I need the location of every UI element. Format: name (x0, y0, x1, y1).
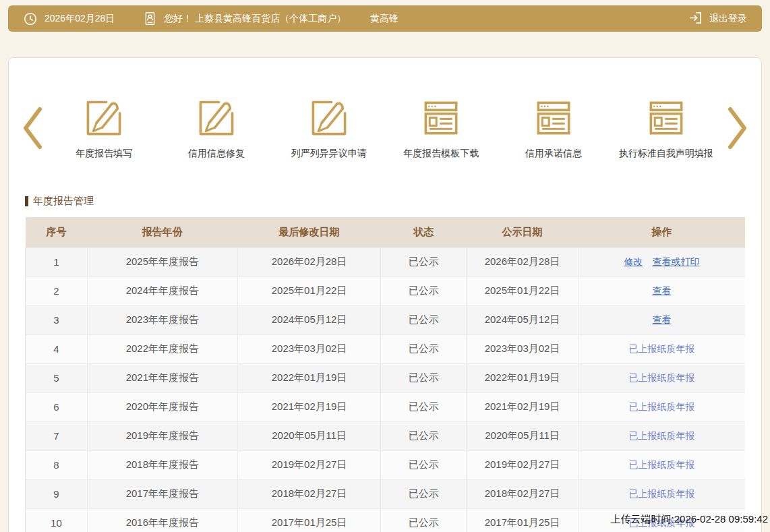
carousel-item-label: 信用承诺信息 (525, 148, 582, 160)
section-title: 年度报告管理 (25, 195, 745, 208)
row-number-cell: 10 (26, 508, 88, 532)
published-date-cell: 2024年05月12日 (467, 305, 578, 334)
greeting-text: 您好！ 上蔡县黄高锋百货店（个体工商户） (164, 13, 346, 25)
user-card-icon (143, 11, 157, 27)
carousel-item[interactable]: 年度报告模板下载 (385, 98, 498, 160)
row-number-cell: 8 (26, 450, 88, 479)
modified-date-cell: 2021年02月19日 (237, 392, 380, 421)
report-year-cell: 2018年年度报告 (87, 450, 237, 479)
carousel-item[interactable]: 信用信息修复 (160, 98, 273, 160)
published-date-cell: 2017年01月25日 (467, 508, 578, 532)
actions-cell: 已上报纸质年报 (578, 363, 745, 392)
published-date-cell: 2021年02月19日 (467, 392, 578, 421)
carousel-item[interactable]: 年度报告填写 (48, 98, 160, 160)
column-header: 序号 (26, 217, 88, 247)
chevron-right-icon (726, 105, 749, 154)
carousel-prev-button[interactable] (17, 105, 48, 154)
table-body: 12025年年度报告2026年02月28日已公示2026年02月28日修改查看或… (26, 247, 746, 532)
column-header: 公示日期 (467, 217, 578, 247)
actions-cell: 已上报纸质年报 (578, 479, 745, 508)
published-date-cell: 2025年01月22日 (467, 276, 578, 305)
published-date-cell: 2020年05月11日 (467, 421, 578, 450)
published-date-cell: 2018年02月27日 (467, 479, 578, 508)
status-cell: 已公示 (381, 508, 467, 532)
status-cell: 已公示 (381, 334, 467, 363)
topbar: 2026年02月28日 您好！ 上蔡县黄高锋百货店（个体工商户） 黄高锋 (8, 5, 762, 32)
carousel-item-label: 年度报告模板下载 (403, 148, 479, 160)
action-link[interactable]: 查看 (652, 314, 671, 325)
report-year-cell: 2024年年度报告 (87, 276, 237, 305)
status-cell: 已公示 (381, 363, 467, 392)
report-year-cell: 2019年年度报告 (87, 421, 237, 450)
report-year-cell: 2021年年度报告 (87, 363, 237, 392)
date-display: 2026年02月28日 (23, 11, 115, 26)
paper-report-status: 已上报纸质年报 (628, 488, 694, 499)
annual-report-table: 序号报告年份最后修改日期状态公示日期操作 12025年年度报告2026年02月2… (25, 217, 745, 532)
carousel-next-button[interactable] (722, 105, 753, 154)
modified-date-cell: 2020年05月11日 (237, 421, 380, 450)
published-date-cell: 2019年02月27日 (467, 450, 578, 479)
main-card: 年度报告填写 信用信息修复 列严列异异议申请 年度报告模板下载 (8, 57, 762, 532)
clock-icon (23, 11, 38, 26)
report-year-cell: 2017年年度报告 (87, 479, 237, 508)
username: 黄高锋 (370, 13, 398, 25)
user-greeting: 您好！ 上蔡县黄高锋百货店（个体工商户） 黄高锋 (143, 11, 398, 27)
table-row: 92017年年度报告2018年02月27日已公示2018年02月27日已上报纸质… (26, 479, 746, 508)
actions-cell: 查看 (578, 305, 745, 334)
published-date-cell: 2026年02月28日 (467, 247, 578, 276)
action-link[interactable]: 查看或打印 (652, 256, 699, 267)
action-link[interactable]: 修改 (624, 256, 643, 267)
topbar-left: 2026年02月28日 您好！ 上蔡县黄高锋百货店（个体工商户） 黄高锋 (23, 11, 398, 27)
table-row: 42022年年度报告2023年03月02日已公示2023年03月02日已上报纸质… (26, 334, 746, 363)
carousel-item[interactable]: 列严列异异议申请 (272, 98, 385, 160)
edit-icon (309, 98, 349, 138)
paper-report-status: 已上报纸质年报 (628, 372, 694, 383)
column-header: 最后修改日期 (237, 217, 380, 247)
carousel-item[interactable]: 信用承诺信息 (498, 98, 610, 160)
template-icon (647, 98, 686, 138)
modified-date-cell: 2018年02月27日 (237, 479, 380, 508)
logout-icon (688, 10, 703, 28)
title-bullet-icon (25, 196, 28, 206)
column-header: 状态 (381, 217, 467, 247)
edit-icon (197, 98, 236, 138)
status-cell: 已公示 (381, 450, 467, 479)
actions-cell: 修改查看或打印 (578, 247, 745, 276)
upload-timestamp-watermark: 上传云端时间:2026-02-28 09:59:42 (611, 513, 768, 526)
carousel-item[interactable]: 执行标准自我声明填报 (610, 98, 722, 160)
carousel-items: 年度报告填写 信用信息修复 列严列异异议申请 年度报告模板下载 (48, 98, 722, 160)
report-year-cell: 2016年年度报告 (87, 508, 237, 532)
actions-cell: 查看 (578, 276, 745, 305)
modified-date-cell: 2025年01月22日 (237, 276, 380, 305)
carousel-item-label: 执行标准自我声明填报 (619, 148, 713, 160)
row-number-cell: 9 (26, 479, 88, 508)
row-number-cell: 2 (26, 276, 88, 305)
row-number-cell: 3 (26, 305, 88, 334)
paper-report-status: 已上报纸质年报 (628, 459, 694, 470)
table-header-row: 序号报告年份最后修改日期状态公示日期操作 (26, 217, 746, 247)
table-row: 32023年年度报告2024年05月12日已公示2024年05月12日查看 (26, 305, 746, 334)
table-row: 82018年年度报告2019年02月27日已公示2019年02月27日已上报纸质… (26, 450, 746, 479)
carousel-item-label: 年度报告填写 (76, 148, 132, 160)
status-cell: 已公示 (381, 421, 467, 450)
row-number-cell: 7 (26, 421, 88, 450)
column-header: 报告年份 (87, 217, 237, 247)
published-date-cell: 2023年03月02日 (467, 334, 578, 363)
actions-cell: 已上报纸质年报 (578, 334, 745, 363)
table-row: 52021年年度报告2022年01月19日已公示2022年01月19日已上报纸质… (26, 363, 746, 392)
status-cell: 已公示 (381, 276, 467, 305)
table-row: 12025年年度报告2026年02月28日已公示2026年02月28日修改查看或… (26, 247, 746, 276)
edit-icon (84, 98, 123, 138)
modified-date-cell: 2017年01月25日 (237, 508, 380, 532)
actions-cell: 已上报纸质年报 (578, 421, 745, 450)
action-link[interactable]: 查看 (652, 285, 671, 296)
table-row: 72019年年度报告2020年05月11日已公示2020年05月11日已上报纸质… (26, 421, 746, 450)
logout-label: 退出登录 (709, 13, 747, 25)
paper-report-status: 已上报纸质年报 (628, 430, 694, 441)
table-row: 22024年年度报告2025年01月22日已公示2025年01月22日查看 (26, 276, 746, 305)
report-year-cell: 2022年年度报告 (87, 334, 237, 363)
modified-date-cell: 2023年03月02日 (237, 334, 380, 363)
template-icon (534, 98, 573, 138)
actions-cell: 已上报纸质年报 (578, 392, 745, 421)
logout-button[interactable]: 退出登录 (688, 10, 747, 28)
